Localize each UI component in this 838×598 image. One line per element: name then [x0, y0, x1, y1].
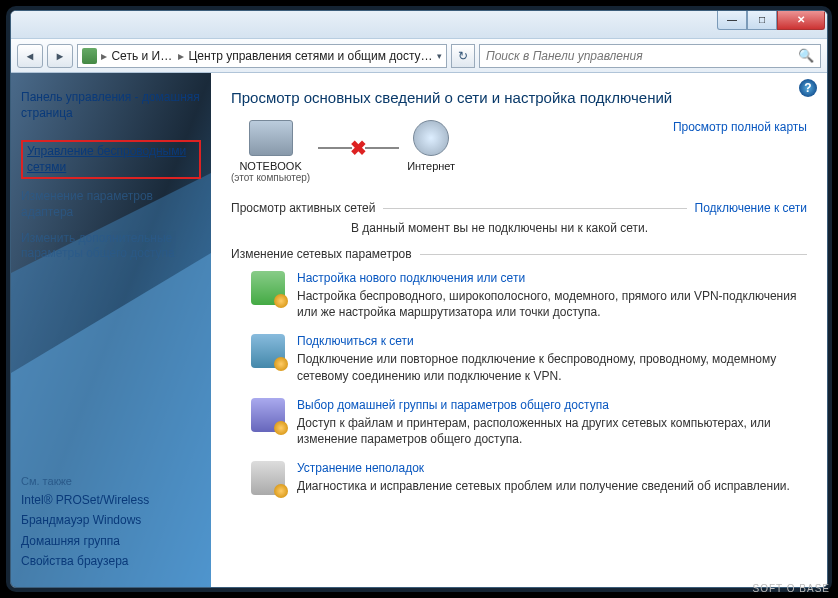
main-content: ? Просмотр основных сведений о сети и на…: [211, 73, 827, 587]
see-also-section: См. также Intel® PROSet/Wireless Брандма…: [21, 475, 201, 575]
task-connect: Подключиться к сети Подключение или повт…: [251, 334, 807, 383]
maximize-button[interactable]: □: [747, 10, 777, 30]
new-connection-icon: [251, 271, 285, 305]
homegroup-icon: [251, 398, 285, 432]
node-this-computer[interactable]: NOTEBOOK (этот компьютер): [231, 120, 310, 183]
task-link[interactable]: Настройка нового подключения или сети: [297, 271, 807, 285]
task-link[interactable]: Выбор домашней группы и параметров общег…: [297, 398, 807, 412]
task-troubleshoot: Устранение неполадок Диагностика и испра…: [251, 461, 807, 495]
chevron-down-icon[interactable]: ▾: [437, 51, 442, 61]
task-link[interactable]: Устранение неполадок: [297, 461, 790, 475]
globe-icon: [413, 120, 449, 156]
search-input[interactable]: [486, 49, 798, 63]
breadcrumb-root[interactable]: Сеть и Ин...: [111, 49, 174, 63]
node-sublabel: (этот компьютер): [231, 172, 310, 183]
back-button[interactable]: ◄: [17, 44, 43, 68]
connect-to-network-link[interactable]: Подключение к сети: [695, 201, 807, 215]
search-box[interactable]: 🔍: [479, 44, 821, 68]
node-internet[interactable]: Интернет: [407, 120, 455, 172]
window-buttons: — □ ✕: [717, 10, 825, 30]
sidebar-item-adapter[interactable]: Изменение параметров адаптера: [21, 189, 201, 220]
node-label: Интернет: [407, 160, 455, 172]
body: Панель управления - домашняя страница Уп…: [11, 73, 827, 587]
chevron-right-icon: ▸: [101, 49, 107, 63]
task-link[interactable]: Подключиться к сети: [297, 334, 807, 348]
control-panel-window: — □ ✕ ◄ ► ▸ Сеть и Ин... ▸ Центр управле…: [10, 10, 828, 588]
change-settings-header: Изменение сетевых параметров: [231, 247, 807, 261]
task-description: Доступ к файлам и принтерам, расположенн…: [297, 415, 807, 447]
network-icon: [82, 48, 97, 64]
search-icon[interactable]: 🔍: [798, 48, 814, 63]
sidebar-item-sharing[interactable]: Изменить дополнительные параметры общего…: [21, 231, 201, 262]
connect-icon: [251, 334, 285, 368]
network-map: NOTEBOOK (этот компьютер) ✖ Интернет Про…: [231, 120, 807, 183]
breadcrumb-current[interactable]: Центр управления сетями и общим доступом: [188, 49, 433, 63]
page-title: Просмотр основных сведений о сети и наст…: [231, 89, 807, 106]
navigation-bar: ◄ ► ▸ Сеть и Ин... ▸ Центр управления се…: [11, 39, 827, 73]
close-button[interactable]: ✕: [777, 10, 825, 30]
connection-line: ✖: [318, 136, 399, 160]
see-also-homegroup[interactable]: Домашняя группа: [21, 534, 201, 550]
see-also-browser[interactable]: Свойства браузера: [21, 554, 201, 570]
see-also-header: См. также: [21, 475, 201, 487]
titlebar: — □ ✕: [11, 11, 827, 39]
task-homegroup: Выбор домашней группы и параметров общег…: [251, 398, 807, 447]
see-also-firewall[interactable]: Брандмауэр Windows: [21, 513, 201, 529]
node-label: NOTEBOOK: [231, 160, 310, 172]
help-icon[interactable]: ?: [799, 79, 817, 97]
task-description: Диагностика и исправление сетевых пробле…: [297, 478, 790, 494]
troubleshoot-icon: [251, 461, 285, 495]
task-description: Подключение или повторное подключение к …: [297, 351, 807, 383]
computer-icon: [249, 120, 293, 156]
watermark: SOFT O BASE: [753, 583, 831, 594]
full-map-link[interactable]: Просмотр полной карты: [673, 120, 807, 134]
active-networks-header: Просмотр активных сетей Подключение к се…: [231, 201, 807, 215]
minimize-button[interactable]: —: [717, 10, 747, 30]
chevron-right-icon: ▸: [178, 49, 184, 63]
breadcrumb[interactable]: ▸ Сеть и Ин... ▸ Центр управления сетями…: [77, 44, 447, 68]
sidebar-item-wireless[interactable]: Управление беспроводными сетями: [21, 140, 201, 179]
control-panel-home-link[interactable]: Панель управления - домашняя страница: [21, 90, 201, 121]
task-description: Настройка беспроводного, широкополосного…: [297, 288, 807, 320]
refresh-button[interactable]: ↻: [451, 44, 475, 68]
see-also-intel[interactable]: Intel® PROSet/Wireless: [21, 493, 201, 509]
sidebar: Панель управления - домашняя страница Уп…: [11, 73, 211, 587]
task-new-connection: Настройка нового подключения или сети На…: [251, 271, 807, 320]
active-networks-message: В данный момент вы не подключены ни к ка…: [231, 221, 807, 235]
forward-button[interactable]: ►: [47, 44, 73, 68]
